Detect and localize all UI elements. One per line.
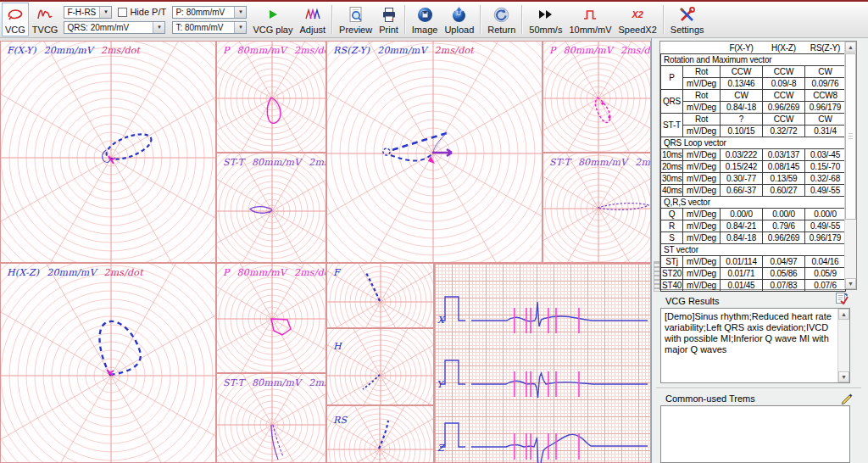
panel-label-p: P80mm/mV2ms/dot bbox=[549, 45, 651, 56]
table-cell: 0.01/71 bbox=[721, 268, 763, 280]
scroll-up-arrow-icon[interactable]: ▲ bbox=[845, 42, 856, 53]
results-scrollbar[interactable]: ▲ ▼ bbox=[837, 309, 849, 382]
row-sub-label: mV/Deg bbox=[683, 185, 721, 197]
column-header: RS(Z-Y) bbox=[805, 42, 846, 54]
speedx2-label: SpeedX2 bbox=[619, 25, 657, 35]
vcg-play-button[interactable]: VCG play bbox=[249, 3, 296, 36]
scrollbar-thumb[interactable] bbox=[845, 53, 856, 220]
table-row: QRSRotCWCCWCCW8 bbox=[661, 90, 846, 102]
table-cell: 0.60/27 bbox=[763, 185, 805, 197]
hide-pt-label: Hide P/T bbox=[130, 7, 166, 17]
row-group-label: ST-T bbox=[661, 114, 683, 137]
row-group-label: ST20 bbox=[661, 268, 683, 280]
row-group-label: R bbox=[661, 220, 683, 232]
settings-tools-icon bbox=[679, 5, 696, 24]
table-cell: 0.03/222 bbox=[721, 149, 763, 161]
pt-gain-controls: P: 80mm/mV ▼ T: 80mm/mV ▼ bbox=[172, 3, 247, 36]
row-sub-label: Rot bbox=[683, 66, 721, 78]
return-button[interactable]: Return bbox=[484, 3, 519, 36]
scroll-up-arrow-icon[interactable]: ▲ bbox=[838, 309, 849, 320]
panel-label-stt: ST-T80mm/mV2ms/dot bbox=[223, 157, 326, 168]
t-gain-combobox[interactable]: T: 80mm/mV ▼ bbox=[172, 21, 247, 34]
hide-pt-checkbox-group[interactable]: Hide P/T bbox=[118, 7, 166, 17]
mode-combobox[interactable]: F-H-RS ▼ bbox=[64, 6, 112, 19]
chevron-down-icon[interactable]: ▼ bbox=[153, 22, 164, 33]
table-cell: 0.03/137 bbox=[763, 149, 805, 161]
chevron-down-icon[interactable]: ▼ bbox=[99, 7, 111, 18]
table-cell: 0.49/-55 bbox=[805, 220, 846, 232]
table-row: mV/Deg0.84/-180.96/2690.96/179 bbox=[661, 102, 846, 114]
panel-label-f-small: F bbox=[333, 267, 348, 278]
table-cell: CCW bbox=[721, 66, 763, 78]
section-title: QRS Loop vector bbox=[661, 137, 846, 149]
qrs-gain-combobox[interactable]: QRS: 20mm/mV ▼ bbox=[64, 21, 165, 34]
table-scrollbar[interactable]: ▲ ▼ bbox=[844, 42, 856, 289]
row-sub-label: mV/Deg bbox=[683, 78, 721, 90]
panel-stt-top-right: ST-T80mm/mV2ms/dot bbox=[542, 153, 651, 263]
toolbar-separator bbox=[480, 5, 481, 34]
settings-button[interactable]: Settings bbox=[667, 3, 708, 36]
column-header: F(X-Y) bbox=[721, 42, 763, 54]
table-cell: 0.31/4 bbox=[805, 126, 846, 137]
table-cell: 0.15/242 bbox=[721, 161, 763, 173]
fast-forward-icon bbox=[538, 5, 554, 24]
panel-label-p: P80mm/mV2ms/dot bbox=[223, 45, 326, 56]
table-cell: CCW bbox=[763, 66, 805, 78]
row-sub-label: mV/Deg bbox=[683, 220, 721, 232]
settings-label: Settings bbox=[670, 25, 704, 35]
table-cell: 0.07/83 bbox=[763, 280, 805, 292]
row-group-label: S bbox=[661, 232, 683, 244]
chevron-down-icon[interactable]: ▼ bbox=[234, 7, 246, 18]
vector-table-container: F(X-Y)H(X-Z)RS(Z-Y)Rotation and Maximum … bbox=[659, 41, 857, 290]
tvcg-button[interactable]: TVCG bbox=[29, 3, 62, 36]
vcg-plot-area: F(X-Y)20mm/mV2ms/dot P80mm/mV2ms/dot ST-… bbox=[0, 38, 651, 463]
x2-icon: X2 bbox=[632, 5, 643, 24]
row-sub-label: Rot bbox=[683, 114, 721, 126]
polar-grid bbox=[217, 42, 326, 152]
table-cell: 0.07/6 bbox=[805, 280, 846, 292]
preview-button[interactable]: Preview bbox=[336, 3, 376, 36]
table-section-row: Rotation and Maximum vector bbox=[661, 54, 846, 66]
row-sub-label: mV/Deg bbox=[683, 256, 721, 268]
table-section-row: Q,R,S vector bbox=[661, 197, 846, 209]
panel-horizontal-xz: H(X-Z)20mm/mV2ms/dot bbox=[0, 263, 216, 463]
speedx2-button[interactable]: X2 SpeedX2 bbox=[615, 3, 660, 36]
panel-rs-small: RS bbox=[326, 405, 434, 463]
print-button[interactable]: Print bbox=[376, 3, 402, 36]
hide-pt-checkbox[interactable] bbox=[118, 8, 127, 17]
toolbar-separator bbox=[663, 5, 665, 34]
edit-results-icon[interactable] bbox=[835, 292, 849, 305]
printer-icon bbox=[381, 5, 397, 24]
scroll-down-arrow-icon[interactable]: ▼ bbox=[838, 371, 849, 382]
panel-label-hxz: H(X-Z)20mm/mV2ms/dot bbox=[7, 267, 151, 278]
speed-button[interactable]: 50mm/s bbox=[526, 3, 565, 36]
image-label: Image bbox=[412, 25, 438, 35]
vcg-results-textarea[interactable]: [Demo]Sinus rhythm;Reduced heart rate va… bbox=[660, 308, 850, 383]
common-terms-title: Common-used Trems bbox=[665, 393, 755, 404]
ecg-lead-label-x: X bbox=[437, 315, 444, 326]
upload-button[interactable]: Upload bbox=[441, 3, 477, 36]
table-cell: 0.32/72 bbox=[763, 126, 805, 137]
table-cell: 0.01/45 bbox=[721, 280, 763, 292]
table-cell: 0.05/86 bbox=[763, 268, 805, 280]
chevron-down-icon[interactable]: ▼ bbox=[234, 22, 246, 33]
panel-label-rszy: RS(Z-Y)20mm/mV2ms/dot bbox=[333, 45, 481, 56]
panel-p-top-right: P80mm/mV2ms/dot bbox=[542, 41, 651, 153]
table-cell: 0.04/16 bbox=[805, 256, 846, 268]
polar-grid bbox=[543, 153, 650, 262]
table-section-row: QRS Loop vector bbox=[661, 137, 846, 149]
pencil-icon[interactable] bbox=[840, 391, 854, 404]
preview-icon bbox=[348, 5, 364, 24]
section-title: Q,R,S vector bbox=[661, 197, 846, 209]
table-cell: 0.00/0 bbox=[721, 209, 763, 220]
t-gain-combobox-value: T: 80mm/mV bbox=[173, 23, 234, 32]
image-button[interactable]: Image bbox=[409, 3, 442, 36]
scroll-down-arrow-icon[interactable]: ▼ bbox=[845, 278, 856, 289]
vector-table: F(X-Y)H(X-Z)RS(Z-Y)Rotation and Maximum … bbox=[660, 42, 846, 292]
toolbar-separator bbox=[331, 5, 333, 34]
adjust-button[interactable]: Adjust bbox=[296, 3, 329, 36]
p-gain-combobox[interactable]: P: 80mm/mV ▼ bbox=[172, 6, 247, 19]
vcg-button[interactable]: VCG bbox=[2, 3, 29, 36]
gain-button[interactable]: 10mm/mV bbox=[565, 3, 615, 36]
common-terms-listbox[interactable] bbox=[660, 405, 850, 463]
